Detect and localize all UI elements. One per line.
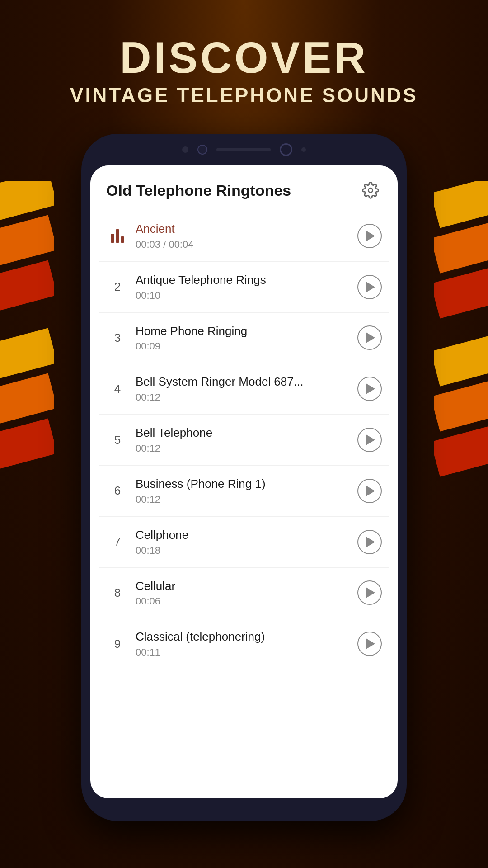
play-arrow-icon xyxy=(366,434,375,445)
play-button[interactable] xyxy=(357,580,382,605)
ringtone-number: 9 xyxy=(106,637,129,651)
phone-top-bar xyxy=(81,134,407,165)
play-arrow-icon xyxy=(366,486,375,496)
ringtone-name: Business (Phone Ring 1) xyxy=(136,476,351,492)
list-item[interactable]: 9 Classical (telephonering) 00:11 xyxy=(99,618,389,669)
play-arrow-icon xyxy=(366,332,375,343)
ringtone-info: Antique Telephone Rings 00:10 xyxy=(129,273,357,302)
list-item[interactable]: Ancient 00:03 / 00:04 xyxy=(99,211,389,262)
ringtone-name: Ancient xyxy=(136,222,351,237)
play-arrow-icon xyxy=(366,282,375,292)
list-item[interactable]: 8 Cellular 00:06 xyxy=(99,568,389,619)
play-arrow-icon xyxy=(366,231,375,241)
ringtone-info: Classical (telephonering) 00:11 xyxy=(129,629,357,658)
front-camera xyxy=(280,143,292,156)
ringtone-number: 7 xyxy=(106,535,129,549)
header-subtitle: VINTAGE TELEPHONE SOUNDS xyxy=(70,84,418,107)
ringtone-number: 8 xyxy=(106,586,129,600)
left-stripes xyxy=(0,181,54,588)
ringtone-name: Cellular xyxy=(136,579,351,594)
ringtone-info: Bell Telephone 00:12 xyxy=(129,425,357,454)
play-arrow-icon xyxy=(366,537,375,547)
camera-main xyxy=(197,145,207,155)
ringtone-info: Cellular 00:06 xyxy=(129,579,357,608)
app-title: Old Telephone Ringtones xyxy=(106,182,291,199)
ringtone-duration: 00:11 xyxy=(136,646,351,658)
ringtone-name: Cellphone xyxy=(136,528,351,543)
ringtone-duration: 00:06 xyxy=(136,595,351,607)
page-header: DISCOVER VINTAGE TELEPHONE SOUNDS xyxy=(70,36,418,107)
ringtone-name: Bell System Ringer Model 687... xyxy=(136,374,351,390)
svg-point-0 xyxy=(368,188,373,193)
list-item[interactable]: 6 Business (Phone Ring 1) 00:12 xyxy=(99,466,389,517)
ringtone-info: Ancient 00:03 / 00:04 xyxy=(129,222,357,250)
ringtone-number: 3 xyxy=(106,331,129,345)
play-button[interactable] xyxy=(357,224,382,248)
ringtone-info: Business (Phone Ring 1) 00:12 xyxy=(129,476,357,505)
list-item[interactable]: 4 Bell System Ringer Model 687... 00:12 xyxy=(99,363,389,415)
ringtone-duration: 00:12 xyxy=(136,494,351,505)
list-item[interactable]: 5 Bell Telephone 00:12 xyxy=(99,415,389,466)
list-item[interactable]: 2 Antique Telephone Rings 00:10 xyxy=(99,262,389,313)
speaker-bar xyxy=(216,148,271,151)
list-item[interactable]: 7 Cellphone 00:18 xyxy=(99,517,389,568)
ringtone-duration: 00:12 xyxy=(136,392,351,403)
equalizer-icon xyxy=(111,229,124,243)
ringtone-duration: 00:12 xyxy=(136,443,351,454)
play-button[interactable] xyxy=(357,479,382,503)
play-arrow-icon xyxy=(366,383,375,394)
ringtone-name: Antique Telephone Rings xyxy=(136,273,351,288)
eq-bar-1 xyxy=(111,234,114,243)
playing-icon xyxy=(106,229,129,243)
play-arrow-icon xyxy=(366,638,375,649)
ringtone-duration: 00:10 xyxy=(136,290,351,302)
list-item[interactable]: 3 Home Phone Ringing 00:09 xyxy=(99,313,389,364)
ringtone-duration: 00:03 / 00:04 xyxy=(136,239,351,250)
camera-dot-left xyxy=(182,146,188,153)
play-button[interactable] xyxy=(357,275,382,299)
ringtone-name: Home Phone Ringing xyxy=(136,324,351,339)
play-button[interactable] xyxy=(357,326,382,350)
play-button[interactable] xyxy=(357,530,382,554)
ringtone-duration: 00:09 xyxy=(136,340,351,352)
eq-bar-3 xyxy=(121,236,124,243)
ringtone-duration: 00:18 xyxy=(136,545,351,557)
sensor-dot xyxy=(301,147,306,152)
ringtone-list: Ancient 00:03 / 00:04 2 Antique Telephon… xyxy=(90,211,398,798)
ringtone-info: Home Phone Ringing 00:09 xyxy=(129,324,357,353)
ringtone-number: 5 xyxy=(106,433,129,447)
header-discover-title: DISCOVER xyxy=(70,36,418,80)
play-arrow-icon xyxy=(366,587,375,598)
ringtone-info: Bell System Ringer Model 687... 00:12 xyxy=(129,374,357,403)
ringtone-info: Cellphone 00:18 xyxy=(129,528,357,557)
app-header: Old Telephone Ringtones xyxy=(90,165,398,211)
phone-screen: Old Telephone Ringtones xyxy=(90,165,398,798)
ringtone-number: 2 xyxy=(106,280,129,294)
eq-bar-2 xyxy=(116,229,119,243)
play-button[interactable] xyxy=(357,428,382,452)
play-button[interactable] xyxy=(357,632,382,656)
phone-frame: Old Telephone Ringtones xyxy=(81,134,407,821)
ringtone-name: Classical (telephonering) xyxy=(136,629,351,645)
settings-button[interactable] xyxy=(359,179,382,202)
gear-icon xyxy=(362,182,379,199)
right-stripes xyxy=(434,181,488,588)
ringtone-number: 4 xyxy=(106,382,129,396)
ringtone-number: 6 xyxy=(106,484,129,498)
play-button[interactable] xyxy=(357,377,382,401)
ringtone-name: Bell Telephone xyxy=(136,425,351,441)
